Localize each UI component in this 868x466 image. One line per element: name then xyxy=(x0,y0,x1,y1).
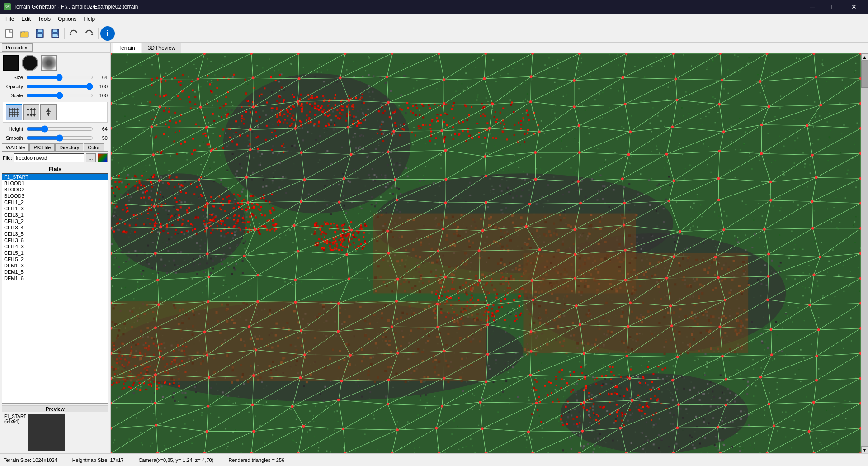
color-picker-button[interactable] xyxy=(98,153,108,162)
flat-item[interactable]: CEIL1_2 xyxy=(2,199,108,205)
left-panel: Properties Size: 64 Opacity: 100 Scale: … xyxy=(0,43,111,453)
flat-item[interactable]: BLOOD1 xyxy=(2,180,108,186)
file-browse-button[interactable]: ... xyxy=(86,153,96,162)
scroll-down-arrow[interactable]: ▼ xyxy=(861,446,868,453)
maximize-button[interactable]: □ xyxy=(823,0,844,14)
menu-tools[interactable]: Tools xyxy=(34,15,54,23)
terrain-canvas[interactable] xyxy=(111,53,861,453)
app-icon: 🗺 xyxy=(4,3,11,10)
scroll-up-arrow[interactable]: ▲ xyxy=(861,53,868,61)
svg-text:+: + xyxy=(57,34,59,38)
opacity-slider-row: Opacity: 100 xyxy=(0,82,110,91)
flats-list[interactable]: F1_STARTBLOOD1BLOOD2BLOOD3CEIL1_2CEIL1_3… xyxy=(2,173,108,404)
file-label: File: xyxy=(3,155,12,161)
toolbar-sep-1 xyxy=(64,28,65,39)
flat-item[interactable]: DEM1_6 xyxy=(2,275,108,281)
flats-header: Flats xyxy=(2,165,108,173)
menu-edit[interactable]: Edit xyxy=(18,15,34,23)
main-canvas[interactable] xyxy=(111,53,861,453)
svg-marker-23 xyxy=(30,114,33,117)
open-button[interactable] xyxy=(17,26,32,41)
minimize-button[interactable]: ─ xyxy=(802,0,823,14)
height-slider[interactable] xyxy=(26,125,93,133)
status-sep-3 xyxy=(221,456,221,464)
save-button[interactable] xyxy=(33,26,47,41)
brush-soft[interactable] xyxy=(41,55,57,71)
tab-directory[interactable]: Directory xyxy=(55,143,83,151)
status-sep-1 xyxy=(65,456,65,464)
window-title: Terrain Generator - F:\...ample02\Exampl… xyxy=(14,4,138,10)
heightmap-size-status: Heightmap Size: 17x17 xyxy=(72,457,124,463)
scroll-thumb[interactable] xyxy=(861,61,868,88)
info-button[interactable]: i xyxy=(100,26,115,41)
right-scrollbar[interactable]: ▲ ▼ xyxy=(861,53,868,453)
brush-round[interactable] xyxy=(22,55,38,71)
scale-slider[interactable] xyxy=(26,92,93,99)
svg-rect-3 xyxy=(38,29,42,32)
flat-item[interactable]: BLOOD3 xyxy=(2,193,108,199)
properties-tab-btn[interactable]: Properties xyxy=(2,43,33,52)
svg-marker-19 xyxy=(27,108,29,110)
flat-item[interactable]: CEIL5_2 xyxy=(2,256,108,262)
flat-item[interactable]: CEIL3_5 xyxy=(2,231,108,237)
tab-pk3[interactable]: PK3 file xyxy=(29,143,55,151)
svg-marker-26 xyxy=(33,114,36,117)
svg-rect-4 xyxy=(37,34,42,37)
canvas-area: Terrain 3D Preview ▲ ▼ xyxy=(111,43,868,453)
tab-color[interactable]: Color xyxy=(84,143,104,151)
menu-options[interactable]: Options xyxy=(54,15,80,23)
tab-wad[interactable]: WAD file xyxy=(2,143,29,151)
menu-file[interactable]: File xyxy=(2,15,18,23)
mode-row xyxy=(3,102,108,123)
menu-help[interactable]: Help xyxy=(80,15,99,23)
smooth-label: Smooth: xyxy=(3,135,24,141)
opacity-slider[interactable] xyxy=(26,83,93,90)
flat-item[interactable]: CEIL3_6 xyxy=(2,237,108,243)
svg-marker-9 xyxy=(69,33,72,35)
brush-square[interactable] xyxy=(3,55,19,71)
flat-item[interactable]: CEIL1_3 xyxy=(2,205,108,212)
opacity-value: 100 xyxy=(95,84,108,89)
scale-label: Scale: xyxy=(3,93,24,98)
redo-button[interactable] xyxy=(82,26,96,41)
svg-rect-0 xyxy=(6,29,12,38)
flat-item[interactable]: DEM1_3 xyxy=(2,262,108,269)
size-label: Size: xyxy=(3,75,24,80)
flat-item[interactable]: CEIL3_1 xyxy=(2,212,108,218)
flat-item[interactable]: CEIL4_3 xyxy=(2,243,108,250)
preview-section: Preview F1_START (64x64) xyxy=(2,405,108,452)
texture-tabs: WAD file PK3 file Directory Color xyxy=(2,143,108,152)
mode-raise-lower[interactable] xyxy=(23,104,39,120)
undo-button[interactable] xyxy=(66,26,81,41)
tab-3d-preview[interactable]: 3D Preview xyxy=(142,43,181,53)
smooth-slider[interactable] xyxy=(26,134,93,142)
flat-item[interactable]: BLOOD2 xyxy=(2,186,108,193)
flat-item[interactable]: CEIL3_4 xyxy=(2,224,108,231)
new-button[interactable] xyxy=(2,26,16,41)
camera-status: Camera(x=0,85, y=-1,24, z=-4,70) xyxy=(138,457,213,463)
preview-content: F1_START (64x64) xyxy=(2,412,108,452)
mode-smooth[interactable] xyxy=(40,104,57,120)
preview-texture-name: F1_START xyxy=(4,414,26,419)
flat-item[interactable]: DEM1_5 xyxy=(2,269,108,275)
scroll-track[interactable] xyxy=(861,61,868,446)
svg-marker-22 xyxy=(30,108,33,110)
flat-item[interactable]: F1_START xyxy=(2,174,108,180)
tab-terrain[interactable]: Terrain xyxy=(113,43,141,53)
size-slider-row: Size: 64 xyxy=(0,73,110,82)
mode-grid[interactable] xyxy=(6,104,22,120)
height-slider-row: Height: 64 xyxy=(0,124,110,133)
close-button[interactable]: ✕ xyxy=(844,0,864,14)
size-slider[interactable] xyxy=(26,74,93,81)
svg-marker-10 xyxy=(91,33,94,35)
canvas-tabs: Terrain 3D Preview xyxy=(111,43,868,53)
height-value: 64 xyxy=(95,126,108,132)
smooth-value: 50 xyxy=(95,135,108,141)
save-as-button[interactable]: + xyxy=(48,26,62,41)
flat-item[interactable]: CEIL5_1 xyxy=(2,250,108,256)
status-bar: Terrain Size: 1024x1024 Heightmap Size: … xyxy=(0,453,868,466)
menu-bar: File Edit Tools Options Help xyxy=(0,14,868,24)
preview-texture-size: (64x64) xyxy=(4,419,26,424)
file-input[interactable] xyxy=(14,153,84,162)
flat-item[interactable]: CEIL3_2 xyxy=(2,218,108,224)
